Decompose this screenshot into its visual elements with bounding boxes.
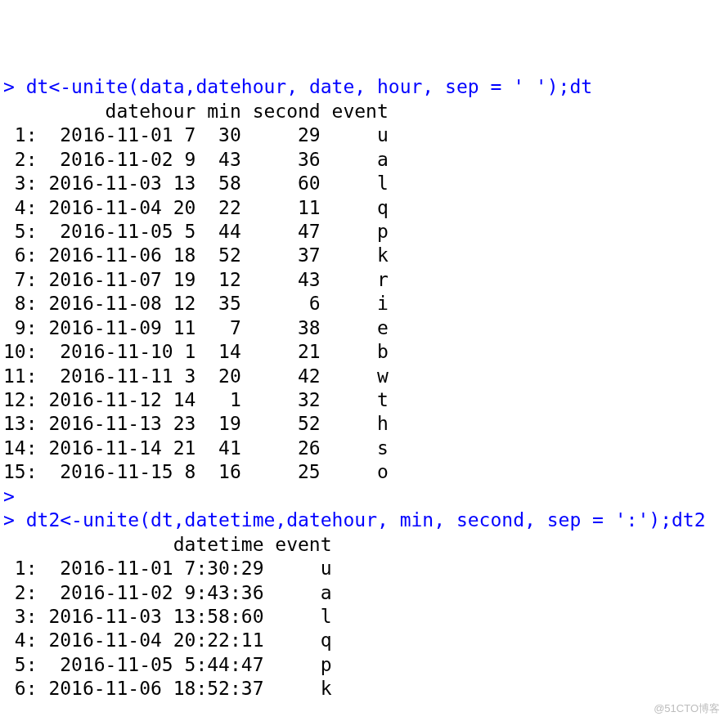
prompt[interactable]: > bbox=[3, 76, 15, 97]
table1-header: datehour min second event bbox=[3, 101, 389, 122]
command-1[interactable]: dt<-unite(data,datehour, date, hour, sep… bbox=[26, 76, 592, 97]
prompt[interactable]: > bbox=[3, 486, 15, 507]
table2-rows: 1: 2016-11-01 7:30:29 u 2: 2016-11-02 9:… bbox=[3, 558, 332, 699]
space bbox=[15, 76, 26, 97]
table1-rows: 1: 2016-11-01 7 30 29 u 2: 2016-11-02 9 … bbox=[3, 124, 389, 482]
space bbox=[15, 509, 26, 531]
space bbox=[15, 486, 26, 507]
table2-header: datetime event bbox=[3, 534, 332, 555]
r-console: > dt<-unite(data,datehour, date, hour, s… bbox=[3, 75, 725, 701]
prompt[interactable]: > bbox=[3, 509, 15, 531]
command-2[interactable]: dt2<-unite(dt,datetime,datehour, min, se… bbox=[26, 509, 706, 531]
watermark: @51CTO博客 bbox=[654, 702, 720, 716]
